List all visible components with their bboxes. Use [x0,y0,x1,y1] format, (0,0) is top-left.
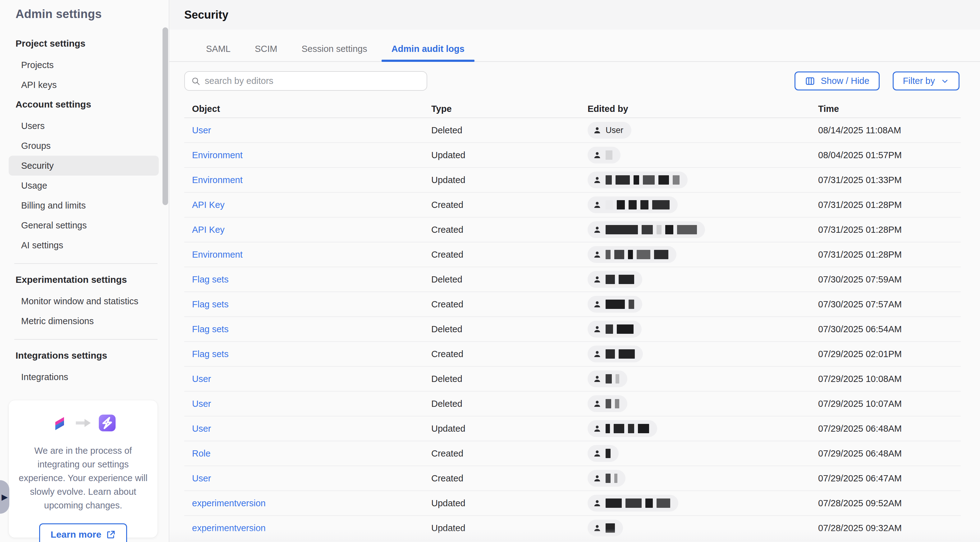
table-row[interactable]: RoleCreated07/29/2025 06:48AM [184,441,961,466]
sidebar-item-usage[interactable]: Usage [16,175,158,196]
filter-by-button[interactable]: Filter by [892,72,959,91]
migration-promo-card: We are in the process of integrating our… [9,400,158,538]
type-text: Created [431,225,463,234]
time-text: 07/29/2025 06:48AM [818,448,902,458]
editor-chip [587,172,687,188]
table-row[interactable]: Flag setsDeleted07/30/2025 06:54AM [184,317,961,342]
table-row[interactable]: API KeyCreated07/31/2025 01:28PM [184,218,961,242]
tab-scim[interactable]: SCIM [245,44,287,61]
redacted-editor-name [606,499,670,508]
sidebar-item-users[interactable]: Users [16,116,158,136]
redacted-editor-name [606,225,697,234]
redaction-block [637,250,650,259]
external-link-icon [106,530,116,539]
column-header-type: Type [431,104,587,114]
redaction-block [665,225,673,234]
show-hide-columns-button[interactable]: Show / Hide [794,72,880,91]
time-text: 07/29/2025 02:01PM [818,349,902,359]
type-text: Updated [431,150,465,160]
object-link[interactable]: experimentversion [192,523,266,533]
table-row[interactable]: UserDeleted07/29/2025 10:08AM [184,367,961,392]
object-link[interactable]: Flag sets [192,274,229,284]
sidebar-item-projects[interactable]: Projects [16,55,158,75]
table-row[interactable]: EnvironmentCreated07/31/2025 01:28PM [184,242,961,267]
object-link[interactable]: User [192,424,211,434]
tab-label: Admin audit logs [391,44,465,54]
redaction-block [606,250,611,259]
editor-chip [587,221,705,238]
redaction-block [645,499,653,508]
sidebar-item-groups[interactable]: Groups [16,136,158,156]
object-link[interactable]: User [192,374,211,384]
object-link[interactable]: API Key [192,200,225,210]
tab-saml[interactable]: SAML [196,44,240,61]
sidebar-item-ai-settings[interactable]: AI settings [16,235,158,255]
redaction-block [619,275,634,284]
table-row[interactable]: UserCreated07/29/2025 06:47AM [184,466,961,491]
sidebar-item-general-settings[interactable]: General settings [16,215,158,235]
person-icon [593,126,602,135]
search-box[interactable] [184,71,427,91]
table-row[interactable]: UserDeleted07/29/2025 10:07AM [184,392,961,416]
object-link[interactable]: Role [192,448,211,458]
sidebar-item-billing-and-limits[interactable]: Billing and limits [16,196,158,215]
redaction-block [617,324,633,334]
table-row[interactable]: Flag setsCreated07/29/2025 02:01PM [184,342,961,367]
object-link[interactable]: experimentversion [192,498,266,508]
table-row[interactable]: EnvironmentUpdated07/31/2025 01:33PM [184,168,961,193]
redaction-block [628,200,637,209]
tab-admin-audit-logs[interactable]: Admin audit logs [382,44,474,61]
table-row[interactable]: experimentversionUpdated07/28/2025 09:52… [184,491,961,516]
table-row[interactable]: UserUpdated07/29/2025 06:48AM [184,416,961,441]
redaction-block [616,175,630,185]
sidebar-collapse-handle[interactable]: ▶ [0,480,10,514]
table-row[interactable]: Flag setsDeleted07/30/2025 07:59AM [184,267,961,292]
redaction-block [615,399,619,408]
table-row[interactable]: Flag setsCreated07/30/2025 07:57AM [184,292,961,317]
editor-chip [587,296,642,312]
sidebar-item-security[interactable]: Security [9,156,159,175]
redaction-block [617,200,625,209]
learn-more-button[interactable]: Learn more [39,523,127,542]
table-header-row: Object Type Edited by Time [184,100,961,118]
object-link[interactable]: API Key [192,225,225,234]
type-text: Deleted [431,374,462,384]
object-link[interactable]: Flag sets [192,324,229,334]
table-row[interactable]: API KeyCreated07/31/2025 01:28PM [184,193,961,218]
type-text: Updated [431,424,465,434]
object-link[interactable]: User [192,125,211,135]
redacted-editor-name [606,424,649,433]
tab-session-settings[interactable]: Session settings [291,44,377,61]
object-link[interactable]: User [192,473,211,483]
sidebar-item-metric-dimensions[interactable]: Metric dimensions [16,311,158,331]
person-icon [593,200,602,209]
table-row[interactable]: EnvironmentUpdated08/04/2025 01:57PM [184,143,961,168]
object-link[interactable]: Environment [192,250,243,260]
table-row[interactable]: UserDeletedUser08/14/2025 11:08AM [184,118,961,143]
redacted-editor-name [606,150,612,160]
sidebar-item-integrations[interactable]: Integrations [16,367,158,387]
sidebar-divider [14,263,158,264]
sidebar-scrollbar[interactable] [162,27,168,205]
redacted-editor-name [606,200,670,209]
redaction-block [606,225,638,234]
time-text: 07/28/2025 09:32AM [818,523,902,533]
editor-chip [587,246,676,263]
tab-label: Session settings [301,44,367,54]
object-link[interactable]: User [192,399,211,409]
learn-more-label: Learn more [51,529,101,540]
object-link[interactable]: Environment [192,150,243,160]
object-link[interactable]: Flag sets [192,349,229,359]
type-text: Created [431,473,463,483]
time-text: 07/30/2025 07:59AM [818,274,902,284]
redaction-block [606,349,615,359]
object-link[interactable]: Flag sets [192,299,229,309]
type-text: Updated [431,175,465,185]
search-input[interactable] [205,76,420,86]
redaction-block [606,275,615,284]
table-row[interactable]: experimentversionUpdated07/28/2025 09:32… [184,516,961,541]
sidebar-item-monitor-window[interactable]: Monitor window and statistics [16,291,158,311]
redacted-editor-name [606,449,611,458]
object-link[interactable]: Environment [192,175,243,185]
sidebar-item-api-keys[interactable]: API keys [16,75,158,95]
